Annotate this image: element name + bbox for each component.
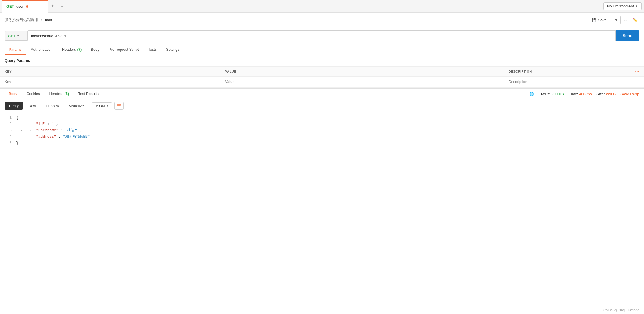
query-params-title: Query Params [0,55,644,66]
view-pretty-button[interactable]: Pretty [5,102,23,110]
col-header-desc: DESCRIPTION [504,67,630,77]
request-header: 服务拆分与远程调用 / user 💾 Save ▼ ··· ✏️ [0,13,644,27]
tab-bar: GET user + ··· No Environment ▼ [0,0,644,13]
response-section: Body Cookies Headers (5) Test Results 🌐 … [0,89,644,149]
response-code-area: 1 { 2 · · · · "id" : 1 , 3 · · · · "user… [0,112,644,149]
request-tabs: Params Authorization Headers (7) Body Pr… [0,44,644,55]
no-environment-button[interactable]: No Environment ▼ [603,2,642,10]
response-size: Size: 223 B [596,92,616,96]
wrap-icon [117,104,121,108]
resp-tab-body[interactable]: Body [5,89,21,99]
url-bar: GET ▼ Send [0,27,644,44]
params-table: KEY VALUE DESCRIPTION ··· [0,66,644,87]
tab-bar-right: No Environment ▼ [603,2,642,10]
format-value: JSON [95,104,105,108]
value-input[interactable] [225,80,499,84]
code-line-5: 5 } [0,140,644,146]
table-row [0,77,644,87]
query-params-section: Query Params KEY VALUE DESCRIPTION ··· [0,55,644,87]
table-more-icon[interactable]: ··· [635,69,639,74]
tab-settings[interactable]: Settings [162,44,184,55]
col-header-key: KEY [0,67,220,77]
tab-pre-request[interactable]: Pre-request Script [105,44,143,55]
save-label: Save [598,18,607,22]
code-line-4: 4 · · · · "address" : "湖南省衡阳市" [0,134,644,140]
tab-params[interactable]: Params [5,44,26,55]
view-preview-button[interactable]: Preview [41,102,63,110]
resp-tab-test-results[interactable]: Test Results [74,89,103,99]
desc-input[interactable] [509,80,626,84]
active-tab[interactable]: GET user [2,0,48,13]
edit-icon-button[interactable]: ✏️ [631,16,639,24]
resp-tab-cookies[interactable]: Cookies [22,89,44,99]
header-actions: 💾 Save ▼ ··· ✏️ [588,16,639,24]
tab-tests[interactable]: Tests [144,44,161,55]
view-raw-button[interactable]: Raw [24,102,40,110]
format-select[interactable]: JSON ▼ [92,102,112,109]
code-line-1: 1 { [0,115,644,121]
save-icon: 💾 [592,18,596,22]
save-response-button[interactable]: Save Resp [620,92,639,96]
view-options: Pretty Raw Preview Visualize JSON ▼ [0,99,644,112]
new-tab-button[interactable]: + [48,2,57,11]
no-environment-label: No Environment [607,4,634,8]
url-input[interactable] [28,30,616,41]
breadcrumb-parent: 服务拆分与远程调用 [5,18,38,22]
method-select[interactable]: GET ▼ [5,31,28,41]
globe-icon: 🌐 [529,92,534,96]
breadcrumb: 服务拆分与远程调用 / user [5,17,585,22]
status-badge: Status: 200 OK [539,92,564,96]
response-time: Time: 466 ms [569,92,592,96]
code-line-2: 2 · · · · "id" : 1 , [0,121,644,127]
send-button[interactable]: Send [616,30,639,41]
save-button[interactable]: 💾 Save [588,16,611,24]
tab-headers[interactable]: Headers (7) [58,44,86,55]
chevron-down-icon: ▼ [106,104,109,107]
key-input[interactable] [5,80,216,84]
view-visualize-button[interactable]: Visualize [65,102,88,110]
tab-method: GET [6,4,14,9]
header-more-button[interactable]: ··· [622,16,630,24]
chevron-down-icon: ▼ [635,5,638,8]
tab-unsaved-dot [26,5,28,8]
tab-authorization[interactable]: Authorization [27,44,57,55]
tab-body[interactable]: Body [87,44,103,55]
response-meta: 🌐 Status: 200 OK Time: 466 ms Size: 223 … [529,92,639,96]
response-tabs-row: Body Cookies Headers (5) Test Results 🌐 … [0,89,644,99]
tab-name: user [16,4,24,9]
breadcrumb-separator: / [41,18,42,22]
col-header-actions: ··· [630,67,644,77]
col-header-value: VALUE [220,67,504,77]
breadcrumb-current: user [45,18,52,22]
tab-more-button[interactable]: ··· [57,4,65,9]
resp-tab-headers[interactable]: Headers (5) [45,89,73,99]
response-tabs: Body Cookies Headers (5) Test Results [5,89,529,99]
wrap-button[interactable] [114,102,124,110]
chevron-down-icon: ▼ [17,34,20,37]
method-value: GET [8,34,16,38]
save-dropdown-button[interactable]: ▼ [612,16,621,24]
code-line-3: 3 · · · · "username" : "柳岩" , [0,127,644,134]
